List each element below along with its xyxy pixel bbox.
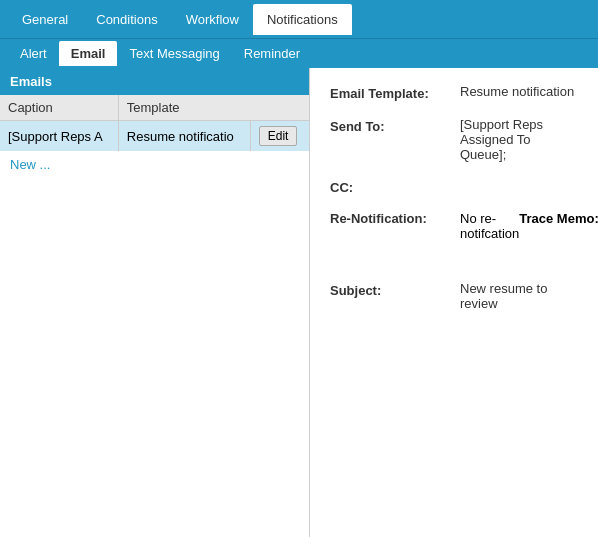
tab-alert[interactable]: Alert: [8, 41, 59, 66]
renotification-row: Re-Notification: No re-notifcation Trace…: [330, 211, 578, 241]
tab-reminder[interactable]: Reminder: [232, 41, 312, 66]
send-to-value: [Support Reps Assigned To Queue];: [460, 117, 578, 162]
email-table: Caption Template [Support Reps A Resume …: [0, 95, 309, 151]
main-content: Emails Caption Template [Support Reps A …: [0, 68, 598, 537]
nav-workflow[interactable]: Workflow: [172, 4, 253, 35]
new-link[interactable]: New ...: [0, 151, 309, 178]
panel-title: Emails: [0, 68, 309, 95]
top-nav: General Conditions Workflow Notification…: [0, 0, 598, 38]
subject-label: Subject:: [330, 281, 460, 298]
right-panel: Email Template: Resume notification Send…: [310, 68, 598, 537]
trace-memo-section: Trace Memo:No: [519, 211, 598, 241]
cc-label: CC:: [330, 178, 460, 195]
renotification-label: Re-Notification:: [330, 211, 460, 226]
email-template-row: Email Template: Resume notification: [330, 84, 578, 101]
nav-notifications[interactable]: Notifications: [253, 4, 352, 35]
row-edit-cell: Edit: [250, 121, 309, 152]
email-template-value: Resume notification: [460, 84, 578, 99]
tab-email[interactable]: Email: [59, 41, 118, 66]
email-template-label: Email Template:: [330, 84, 460, 101]
nav-conditions[interactable]: Conditions: [82, 4, 171, 35]
table-row[interactable]: [Support Reps A Resume notificatio Edit: [0, 121, 309, 152]
col-header-caption: Caption: [0, 95, 118, 121]
col-header-template: Template: [118, 95, 309, 121]
renotification-value: No re-notifcation: [460, 211, 519, 241]
trace-memo-label: Trace Memo:: [519, 211, 598, 226]
tab-text-messaging[interactable]: Text Messaging: [117, 41, 231, 66]
nav-general[interactable]: General: [8, 4, 82, 35]
renotification-content: No re-notifcation Trace Memo:No: [460, 211, 578, 241]
send-to-row: Send To: [Support Reps Assigned To Queue…: [330, 117, 578, 162]
row-template: Resume notificatio: [118, 121, 250, 152]
cc-row: CC:: [330, 178, 578, 195]
edit-button[interactable]: Edit: [259, 126, 298, 146]
subject-value: New resume to review: [460, 281, 578, 311]
second-nav: Alert Email Text Messaging Reminder: [0, 38, 598, 68]
row-caption: [Support Reps A: [0, 121, 118, 152]
subject-row: Subject: New resume to review: [330, 281, 578, 311]
send-to-label: Send To:: [330, 117, 460, 134]
left-panel: Emails Caption Template [Support Reps A …: [0, 68, 310, 537]
